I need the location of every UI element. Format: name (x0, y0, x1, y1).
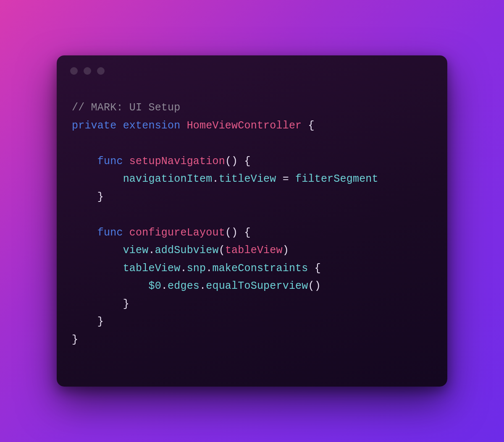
window-minimize-icon[interactable] (84, 67, 91, 75)
identifier: addSubview (155, 244, 219, 256)
func-name: setupNavigation (129, 155, 225, 167)
closure-arg: $0 (148, 280, 161, 292)
dot: . (206, 262, 212, 275)
paren-open: ( (219, 244, 225, 256)
window-close-icon[interactable] (70, 67, 78, 75)
identifier: makeConstraints (212, 262, 308, 275)
identifier: equalToSuperview (206, 280, 308, 292)
identifier: navigationItem (123, 173, 213, 185)
dot: . (148, 244, 155, 256)
identifier: view (123, 244, 149, 256)
brace-open: { (302, 120, 314, 132)
identifier: snp (187, 262, 206, 275)
keyword-func: func (97, 227, 123, 239)
brace-open: { (308, 262, 321, 275)
keyword-extension: extension (123, 120, 181, 132)
brace-close: } (97, 316, 104, 328)
dot: . (161, 280, 168, 292)
brace-close: } (72, 334, 78, 346)
equals: = (276, 173, 296, 185)
paren-close: ) (283, 244, 289, 256)
dot: . (180, 262, 186, 275)
identifier: edges (168, 280, 200, 292)
window-zoom-icon[interactable] (97, 67, 105, 75)
paren-brace: () { (225, 227, 251, 239)
code-editor[interactable]: // MARK: UI Setup private extension Home… (57, 75, 447, 387)
dot: . (200, 280, 206, 292)
brace-close: } (97, 191, 104, 203)
keyword-private: private (72, 120, 116, 132)
keyword-func: func (97, 155, 123, 167)
paren-brace: () { (225, 155, 251, 167)
window-titlebar (57, 55, 447, 75)
code-window: // MARK: UI Setup private extension Home… (57, 55, 447, 387)
dot: . (212, 173, 218, 185)
identifier: titleView (219, 173, 276, 185)
paren-pair: () (308, 280, 321, 292)
code-comment: // MARK: UI Setup (72, 102, 180, 114)
type-name: HomeViewController (187, 120, 302, 132)
identifier: tableView (123, 262, 181, 275)
brace-close: } (123, 298, 129, 310)
func-name: configureLayout (129, 227, 225, 239)
param: tableView (225, 244, 283, 256)
identifier: filterSegment (295, 173, 378, 185)
